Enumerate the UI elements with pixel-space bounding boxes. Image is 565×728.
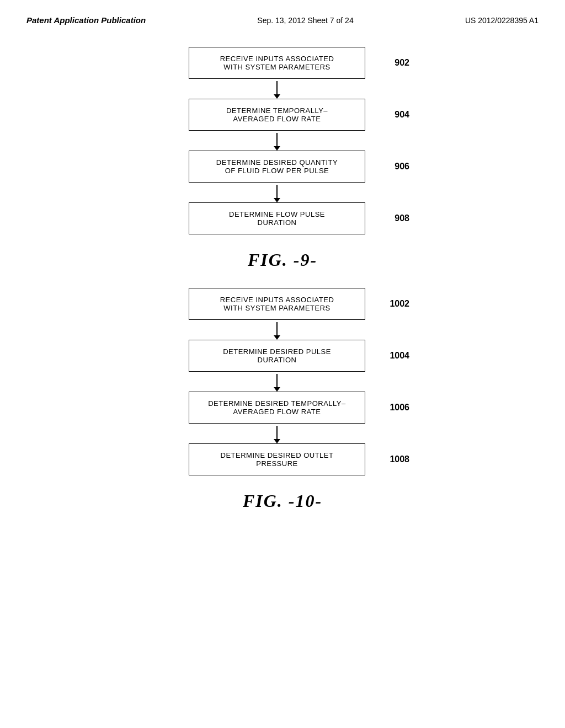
arrow bbox=[156, 320, 409, 340]
arrow-head bbox=[274, 146, 280, 151]
step-box-1004: DETERMINE DESIRED PULSE DURATION bbox=[189, 340, 365, 372]
step-box-908: DETERMINE FLOW PULSE DURATION bbox=[189, 202, 365, 234]
arrow-head bbox=[274, 335, 280, 340]
step-row: DETERMINE DESIRED PULSE DURATION1004 bbox=[156, 340, 409, 372]
page-header: Patent Application Publication Sep. 13, … bbox=[0, 0, 565, 25]
step-id-904: 904 bbox=[395, 110, 409, 120]
step-row: DETERMINE FLOW PULSE DURATION908 bbox=[156, 202, 409, 234]
step-box-1002: RECEIVE INPUTS ASSOCIATED WITH SYSTEM PA… bbox=[189, 288, 365, 320]
arrow-head bbox=[274, 387, 280, 392]
main-content: RECEIVE INPUTS ASSOCIATED WITH SYSTEM PA… bbox=[0, 25, 565, 529]
fig10-flowchart: RECEIVE INPUTS ASSOCIATED WITH SYSTEM PA… bbox=[156, 288, 409, 475]
arrow bbox=[156, 131, 409, 151]
step-box-906: DETERMINE DESIRED QUANTITY OF FLUID FLOW… bbox=[189, 151, 365, 183]
fig10-label: FIG. -10- bbox=[243, 491, 322, 511]
step-box-904: DETERMINE TEMPORALLY– AVERAGED FLOW RATE bbox=[189, 99, 365, 131]
step-id-1004: 1004 bbox=[390, 351, 409, 361]
step-id-1008: 1008 bbox=[390, 454, 409, 464]
step-id-902: 902 bbox=[395, 58, 409, 68]
publication-date-sheet: Sep. 13, 2012 Sheet 7 of 24 bbox=[257, 16, 353, 25]
fig9-flowchart: RECEIVE INPUTS ASSOCIATED WITH SYSTEM PA… bbox=[156, 47, 409, 234]
arrow bbox=[156, 424, 409, 443]
arrow-head bbox=[274, 198, 280, 202]
step-row: DETERMINE DESIRED TEMPORALLY– AVERAGED F… bbox=[156, 392, 409, 424]
step-row: RECEIVE INPUTS ASSOCIATED WITH SYSTEM PA… bbox=[156, 47, 409, 79]
step-box-902: RECEIVE INPUTS ASSOCIATED WITH SYSTEM PA… bbox=[189, 47, 365, 79]
arrow bbox=[156, 79, 409, 99]
fig9-label: FIG. -9- bbox=[248, 250, 317, 270]
arrow-head bbox=[274, 94, 280, 99]
arrow bbox=[156, 372, 409, 392]
step-row: DETERMINE DESIRED OUTLET PRESSURE1008 bbox=[156, 443, 409, 475]
step-row: DETERMINE TEMPORALLY– AVERAGED FLOW RATE… bbox=[156, 99, 409, 131]
publication-number: US 2012/0228395 A1 bbox=[465, 16, 539, 25]
step-box-1008: DETERMINE DESIRED OUTLET PRESSURE bbox=[189, 443, 365, 475]
step-id-906: 906 bbox=[395, 162, 409, 172]
publication-title: Patent Application Publication bbox=[26, 15, 146, 25]
step-row: RECEIVE INPUTS ASSOCIATED WITH SYSTEM PA… bbox=[156, 288, 409, 320]
step-id-908: 908 bbox=[395, 213, 409, 223]
arrow-head bbox=[274, 439, 280, 443]
step-id-1002: 1002 bbox=[390, 299, 409, 309]
step-id-1006: 1006 bbox=[390, 403, 409, 413]
step-row: DETERMINE DESIRED QUANTITY OF FLUID FLOW… bbox=[156, 151, 409, 183]
arrow bbox=[156, 183, 409, 202]
step-box-1006: DETERMINE DESIRED TEMPORALLY– AVERAGED F… bbox=[189, 392, 365, 424]
